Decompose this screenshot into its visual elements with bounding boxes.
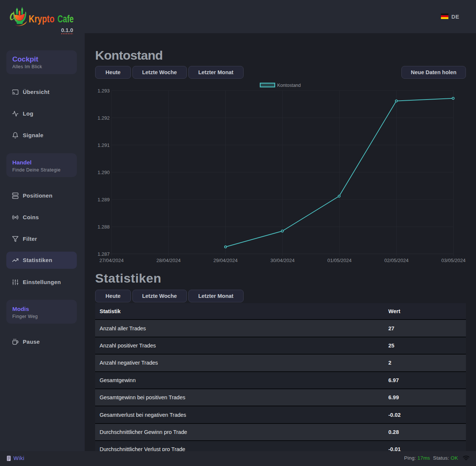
svg-text:1.292: 1.292 [97, 115, 110, 121]
svg-text:28/04/2024: 28/04/2024 [156, 258, 181, 263]
svg-text:1.288: 1.288 [97, 224, 110, 230]
svg-text:0.1.0: 0.1.0 [61, 27, 73, 33]
svg-text:Kontostand: Kontostand [277, 83, 301, 88]
svg-text:30/04/2024: 30/04/2024 [270, 258, 295, 263]
svg-text:1.291: 1.291 [97, 142, 110, 148]
svg-text:Krypto: Krypto [29, 13, 54, 25]
svg-text:1.287: 1.287 [97, 251, 110, 257]
svg-text:01/05/2024: 01/05/2024 [327, 258, 351, 263]
svg-text:02/05/2024: 02/05/2024 [384, 258, 408, 263]
svg-text:03/05/2024: 03/05/2024 [441, 258, 466, 263]
svg-text:Cafe: Cafe [57, 13, 74, 25]
svg-text:27/04/2024: 27/04/2024 [99, 258, 123, 263]
svg-text:1.290: 1.290 [97, 170, 110, 175]
svg-text:1.293: 1.293 [97, 88, 110, 94]
svg-text:1.289: 1.289 [97, 197, 110, 202]
svg-text:29/04/2024: 29/04/2024 [213, 258, 238, 263]
